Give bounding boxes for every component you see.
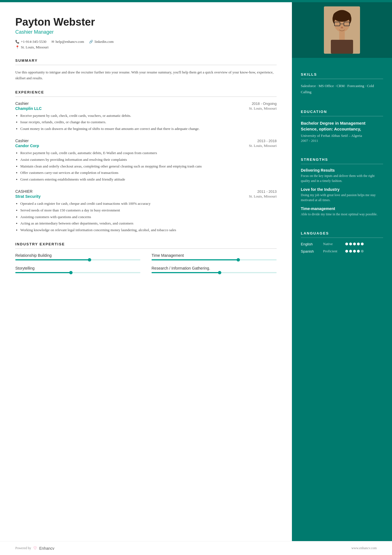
lang-dot xyxy=(349,243,352,245)
expertise-divider xyxy=(15,248,277,249)
link-icon: 🔗 xyxy=(89,40,93,44)
job-item-3: CASHIER 2011 - 2013 Strat Security St. L… xyxy=(15,189,277,233)
job-company-1: Champlin LLC xyxy=(15,106,42,111)
expertise-item-0: Relationship Building xyxy=(15,253,140,260)
email-value: help@enhancv.com xyxy=(56,40,84,44)
skill-bar-fill-1 xyxy=(152,259,239,260)
location-icon: 📍 xyxy=(15,45,19,50)
skill-dot-0 xyxy=(88,258,91,262)
expertise-item-1: Time Management xyxy=(152,253,277,260)
skills-text: Salesforce · MS Office · CRM · Forecasti… xyxy=(301,83,383,95)
expertise-item-3: Research / Information Gathering. xyxy=(152,266,277,273)
brand-name: Enhancv xyxy=(39,546,54,551)
skill-bar-2 xyxy=(15,272,140,273)
lang-level-1: Proficient xyxy=(323,249,345,253)
footer-website: www.enhancv.com xyxy=(351,546,377,550)
profile-photo xyxy=(324,6,360,54)
header-section: Payton Webster Cashier Manager 📞 +1-914-… xyxy=(15,16,277,50)
lang-dots-0 xyxy=(345,243,364,245)
bullet: Greet customers entering establishments … xyxy=(20,177,277,182)
job-company-3: Strat Security xyxy=(15,194,41,199)
strength-item-1: Love for the Industry Doing my job with … xyxy=(301,187,383,203)
location-value: St. Louis, Missouri xyxy=(21,45,49,50)
svg-point-7 xyxy=(333,11,351,22)
strength-name-1: Love for the Industry xyxy=(301,187,383,192)
job-location-2: St. Louis, Missouri xyxy=(249,144,277,148)
job-item-2: Cashier 2013 - 2018 Candor Corp St. Loui… xyxy=(15,139,277,182)
skill-bar-0 xyxy=(15,259,140,260)
bullet: Maintain clean and orderly checkout area… xyxy=(20,164,277,169)
lang-name-0: English xyxy=(301,242,323,246)
languages-section: LANGUAGES English Native Spanish Profici… xyxy=(292,225,392,253)
expertise-title: INDUSTRY EXPERTISE xyxy=(15,242,277,246)
website-value: linkedin.com xyxy=(95,40,113,44)
job-item-1: Cashier 2018 - Ongoing Champlin LLC St. … xyxy=(15,101,277,132)
strength-item-0: Delivering Results Focus on the key inpu… xyxy=(301,168,383,183)
strengths-section: STRENGTHS Delivering Results Focus on th… xyxy=(292,151,392,217)
svg-point-6 xyxy=(341,27,343,28)
job-role-1: Cashier xyxy=(15,101,29,106)
bullet: Served needs of more than 150 customers … xyxy=(20,208,277,213)
job-role-3: CASHIER xyxy=(15,189,33,194)
summary-title: SUMMARY xyxy=(15,58,277,63)
expertise-label-1: Time Management xyxy=(152,253,277,258)
powered-by-text: Powered by xyxy=(15,546,31,550)
left-column: Payton Webster Cashier Manager 📞 +1-914-… xyxy=(0,2,292,541)
phone-icon: 📞 xyxy=(15,40,19,44)
skills-section: SKILLS Salesforce · MS Office · CRM · Fo… xyxy=(292,66,392,95)
job-dates-1: 2018 - Ongoing xyxy=(252,102,277,106)
education-section: EDUCATION Bachelor Degree in Management … xyxy=(292,103,392,143)
job-dates-2: 2013 - 2018 xyxy=(257,139,277,143)
job-meta-3: Strat Security St. Louis, Missouri xyxy=(15,194,277,199)
edu-school: University of Ferhat Abbas Setif – Alger… xyxy=(301,134,383,138)
strength-name-2: Time-management xyxy=(301,206,383,211)
bullet: Working knowledge on relevant legal info… xyxy=(20,227,277,233)
languages-divider xyxy=(301,238,383,238)
job-company-2: Candor Corp xyxy=(15,144,39,148)
strength-desc-0: Focus on the key inputs and deliver them… xyxy=(301,173,383,183)
lang-dot xyxy=(345,243,348,245)
expertise-label-0: Relationship Building xyxy=(15,253,140,258)
job-meta-2: Candor Corp St. Louis, Missouri xyxy=(15,144,277,148)
lang-name-1: Spanish xyxy=(301,249,323,253)
bullet: Receive payment by cash, check, credit c… xyxy=(20,113,277,119)
lang-dot xyxy=(349,250,352,253)
lang-dot xyxy=(345,250,348,253)
lang-dot xyxy=(357,243,360,245)
job-bullets-1: Receive payment by cash, check, credit c… xyxy=(15,113,277,132)
summary-section: SUMMARY Use this opportunity to intrigue… xyxy=(15,58,277,81)
summary-text: Use this opportunity to intrigue and dra… xyxy=(15,70,277,81)
education-title: EDUCATION xyxy=(301,110,383,114)
languages-title: LANGUAGES xyxy=(301,231,383,235)
candidate-name: Payton Webster xyxy=(15,16,277,28)
footer-left: Powered by ♡ Enhancv xyxy=(15,546,54,551)
strength-desc-1: Doing my job with great love and passion… xyxy=(301,193,383,203)
strength-name-0: Delivering Results xyxy=(301,168,383,172)
lang-item-1: Spanish Proficient xyxy=(301,249,383,253)
expertise-grid: Relationship Building Time Management St… xyxy=(15,253,277,273)
skills-title: SKILLS xyxy=(301,72,383,77)
job-location-3: St. Louis, Missouri xyxy=(249,194,277,199)
job-header-2: Cashier 2013 - 2018 xyxy=(15,139,277,143)
expertise-item-2: Storytelling xyxy=(15,266,140,273)
photo-section xyxy=(292,2,392,58)
skill-dot-2 xyxy=(69,271,73,274)
bullet: Assist customers by providing informatio… xyxy=(20,157,277,163)
bullet: Acting as an intermediary between other … xyxy=(20,221,277,226)
lang-dot xyxy=(361,243,364,245)
job-bullets-2: Receive payment by cash, credit cards, a… xyxy=(15,150,277,182)
bullet: Operated a cash register for cash, chequ… xyxy=(20,201,277,207)
email-contact: ✉ help@enhancv.com xyxy=(51,40,84,44)
bullet: Offer customers carry-out services at th… xyxy=(20,170,277,176)
footer: Powered by ♡ Enhancv www.enhancv.com xyxy=(0,541,392,555)
experience-title: EXPERIENCE xyxy=(15,90,277,94)
edu-years: 2007 - 2011 xyxy=(301,139,383,143)
svg-rect-9 xyxy=(339,31,345,40)
strength-desc-2: Able to divide my time in the most optim… xyxy=(301,212,383,217)
heart-icon: ♡ xyxy=(33,546,37,551)
bullet: Issue receipts, refunds, credits, or cha… xyxy=(20,119,277,125)
skill-bar-1 xyxy=(152,259,277,260)
expertise-label-3: Research / Information Gathering. xyxy=(152,266,277,270)
skill-dot-1 xyxy=(237,258,240,262)
lang-dots-1 xyxy=(345,250,364,253)
